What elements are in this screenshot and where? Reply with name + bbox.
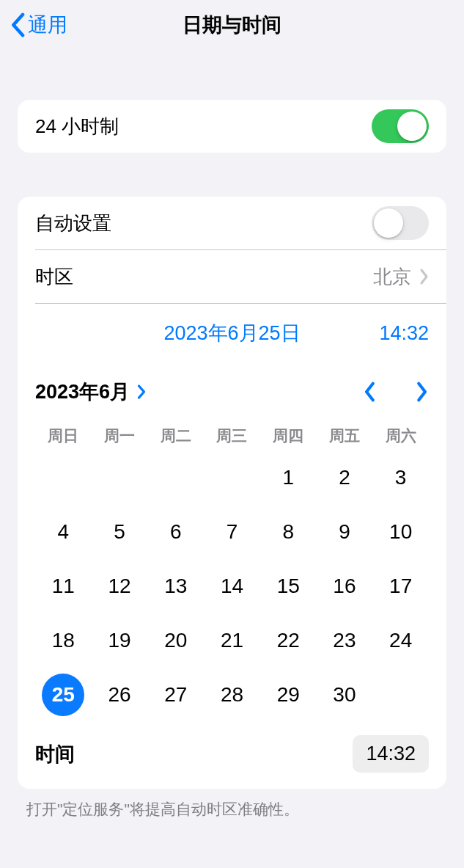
weekday-mon: 周一 xyxy=(92,421,148,451)
calendar-day[interactable]: 24 xyxy=(372,613,429,668)
row-auto-set: 自动设置 xyxy=(18,197,446,249)
calendar-day[interactable]: 2 xyxy=(317,451,373,505)
row-date-time-display: 2023年6月25日 14:32 xyxy=(18,304,446,364)
selected-time-display[interactable]: 14:32 xyxy=(331,322,429,345)
weekday-tue: 周二 xyxy=(147,421,204,451)
calendar-grid: 1234567891011121314151617181920212223242… xyxy=(18,451,446,725)
calendar-day[interactable]: 29 xyxy=(260,668,317,722)
time-label: 时间 xyxy=(35,741,75,767)
calendar-day[interactable]: 20 xyxy=(147,613,204,668)
calendar-day[interactable]: 22 xyxy=(260,613,317,668)
calendar-day[interactable]: 5 xyxy=(92,505,148,559)
toggle-24-hour[interactable] xyxy=(372,109,429,143)
navbar: 通用 日期与时间 xyxy=(0,0,464,50)
calendar-day[interactable]: 9 xyxy=(317,505,373,559)
selected-date-display[interactable]: 2023年6月25日 xyxy=(133,320,331,346)
calendar-day[interactable]: 18 xyxy=(35,613,92,668)
footer-note: 打开"定位服务"将提高自动时区准确性。 xyxy=(26,799,438,820)
chevron-right-icon xyxy=(136,383,147,401)
calendar-day[interactable]: 27 xyxy=(147,668,204,722)
calendar-day[interactable]: 4 xyxy=(35,505,92,559)
weekday-fri: 周五 xyxy=(317,421,373,451)
month-title: 2023年6月 xyxy=(35,379,130,405)
chevron-right-icon xyxy=(414,381,429,403)
label-timezone: 时区 xyxy=(35,264,73,290)
page-title: 日期与时间 xyxy=(0,12,464,38)
calendar-day[interactable]: 13 xyxy=(147,559,204,613)
calendar-day[interactable]: 26 xyxy=(92,668,148,722)
weekday-thu: 周四 xyxy=(260,421,317,451)
weekday-header: 周日 周一 周二 周三 周四 周五 周六 xyxy=(18,421,446,451)
calendar-day[interactable]: 25 xyxy=(35,668,92,722)
back-button[interactable]: 通用 xyxy=(0,12,67,38)
group-date-time: 自动设置 时区 北京 2023年6月25日 14:32 2023年6月 xyxy=(18,197,446,789)
calendar-day[interactable]: 28 xyxy=(204,668,260,722)
calendar-day[interactable]: 17 xyxy=(372,559,429,613)
weekday-wed: 周三 xyxy=(204,421,260,451)
calendar-day[interactable]: 30 xyxy=(317,668,373,722)
calendar-day[interactable]: 23 xyxy=(317,613,373,668)
chevron-right-icon xyxy=(419,268,429,285)
calendar-day[interactable]: 11 xyxy=(35,559,92,613)
calendar-day[interactable]: 1 xyxy=(260,451,317,505)
calendar-day[interactable]: 16 xyxy=(317,559,373,613)
time-row: 时间 14:32 xyxy=(18,725,446,789)
chevron-left-icon xyxy=(10,12,25,37)
calendar-day-empty xyxy=(147,451,204,505)
toggle-auto-set[interactable] xyxy=(372,206,429,240)
row-24-hour: 24 小时制 xyxy=(18,100,446,153)
label-24-hour: 24 小时制 xyxy=(35,114,119,139)
group-24-hour: 24 小时制 xyxy=(18,100,446,153)
calendar-day[interactable]: 15 xyxy=(260,559,317,613)
calendar-day-empty xyxy=(35,451,92,505)
calendar-day[interactable]: 6 xyxy=(147,505,204,559)
back-label: 通用 xyxy=(28,12,67,38)
label-auto-set: 自动设置 xyxy=(35,211,111,236)
weekday-sun: 周日 xyxy=(35,421,92,451)
month-nav xyxy=(363,381,429,403)
next-month-button[interactable] xyxy=(414,381,429,403)
calendar-day[interactable]: 10 xyxy=(372,505,429,559)
calendar-day[interactable]: 19 xyxy=(92,613,148,668)
calendar-month-bar: 2023年6月 xyxy=(18,364,446,409)
month-picker-button[interactable]: 2023年6月 xyxy=(35,379,147,405)
calendar-day[interactable]: 12 xyxy=(92,559,148,613)
calendar-day[interactable]: 3 xyxy=(372,451,429,505)
value-timezone: 北京 xyxy=(373,264,411,290)
weekday-sat: 周六 xyxy=(372,421,429,451)
prev-month-button[interactable] xyxy=(363,381,378,403)
time-picker[interactable]: 14:32 xyxy=(353,735,429,773)
calendar-day-empty xyxy=(204,451,260,505)
row-timezone[interactable]: 时区 北京 xyxy=(18,250,446,303)
calendar-day[interactable]: 21 xyxy=(204,613,260,668)
calendar-day[interactable]: 7 xyxy=(204,505,260,559)
calendar-day-empty xyxy=(92,451,148,505)
chevron-left-icon xyxy=(363,381,378,403)
calendar-day[interactable]: 8 xyxy=(260,505,317,559)
calendar-day[interactable]: 14 xyxy=(204,559,260,613)
